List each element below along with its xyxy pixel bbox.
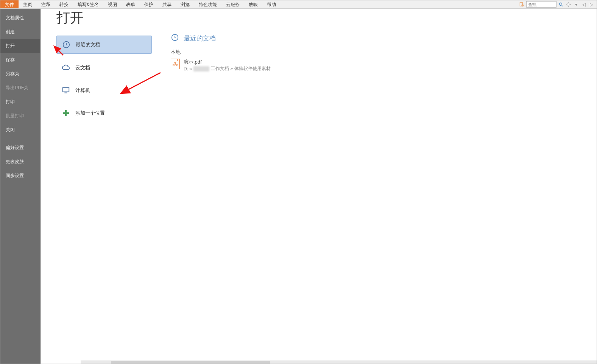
search-icon[interactable] [558, 2, 564, 8]
nav-next-icon[interactable]: ▷ [588, 2, 594, 8]
location-label: 添加一个位置 [75, 110, 105, 117]
menu-tab-convert[interactable]: 转换 [55, 0, 73, 8]
recent-file-row[interactable]: G PDF 演示.pdf D: » ███ 工作文档 » 体验软件使用素材 [171, 58, 597, 73]
svg-rect-7 [64, 93, 67, 93]
search-input[interactable] [526, 1, 556, 8]
location-add[interactable]: 添加一个位置 [56, 104, 152, 122]
location-label: 计算机 [75, 87, 90, 94]
menu-tab-fillsign[interactable]: 填写&签名 [73, 0, 103, 8]
svg-point-4 [568, 4, 569, 5]
menu-tab-play[interactable]: 放映 [244, 0, 262, 8]
page-title: 打开 [41, 9, 597, 36]
find-page-icon[interactable] [519, 2, 525, 8]
menu-tab-home[interactable]: 主页 [19, 0, 37, 8]
svg-rect-6 [63, 88, 69, 92]
menu-tab-share[interactable]: 共享 [158, 0, 176, 8]
scrollbar-thumb[interactable] [111, 361, 270, 364]
search-area: ▾ ◁ ▷ [519, 0, 597, 8]
location-cloud[interactable]: 云文档 [56, 59, 152, 76]
cloud-icon [62, 64, 70, 72]
menubar: 文件 主页 注释 转换 填写&签名 视图 表单 保护 共享 浏览 特色功能 云服… [0, 0, 597, 9]
recent-header: 最近的文档 [171, 33, 597, 49]
location-label: 云文档 [75, 64, 90, 71]
menu-tab-annotate[interactable]: 注释 [37, 0, 55, 8]
nav-prev-icon[interactable]: ◁ [581, 2, 587, 8]
recent-header-label: 最近的文档 [184, 34, 216, 43]
menu-tab-view[interactable]: 视图 [103, 0, 122, 8]
menu-tab-file[interactable]: 文件 [0, 0, 19, 8]
menu-tab-protect[interactable]: 保护 [140, 0, 158, 8]
sidebar-item-exportpdf[interactable]: 导出PDF为 [0, 81, 40, 95]
location-computer[interactable]: 计算机 [56, 82, 152, 99]
location-list: 最近的文档 云文档 计算机 [56, 36, 152, 122]
svg-rect-0 [520, 2, 522, 6]
menu-tab-browse[interactable]: 浏览 [176, 0, 194, 8]
gear-icon[interactable] [566, 2, 572, 8]
location-label: 最近的文档 [76, 41, 100, 48]
menu-tab-cloud[interactable]: 云服务 [221, 0, 244, 8]
plus-icon [62, 109, 70, 117]
clock-icon [171, 33, 179, 44]
statusbar [81, 361, 597, 364]
recent-pane: 最近的文档 本地 G PDF 演示.pdf D: » ███ 工作文档 [167, 33, 597, 122]
menu-tab-feature[interactable]: 特色功能 [194, 0, 221, 8]
sidebar-item-open[interactable]: 打开 [0, 39, 40, 53]
sidebar-item-save[interactable]: 保存 [0, 53, 40, 67]
sidebar-item-prefs[interactable]: 偏好设置 [0, 141, 40, 155]
sidebar-item-skin[interactable]: 更改皮肤 [0, 155, 40, 169]
file-path: D: » ███ 工作文档 » 体验软件使用素材 [184, 65, 271, 72]
sidebar-item-close[interactable]: 关闭 [0, 123, 40, 137]
clock-icon [62, 40, 70, 49]
recent-section-label: 本地 [171, 49, 597, 58]
svg-point-2 [559, 3, 562, 5]
sidebar-item-saveas[interactable]: 另存为 [0, 67, 40, 81]
sidebar-item-docprops[interactable]: 文档属性 [0, 11, 40, 25]
sidebar-item-print[interactable]: 打印 [0, 95, 40, 109]
sidebar-item-sync[interactable]: 同步设置 [0, 169, 40, 183]
menu-tab-help[interactable]: 帮助 [262, 0, 281, 8]
file-name: 演示.pdf [184, 59, 271, 65]
menu-tab-form[interactable]: 表单 [122, 0, 140, 8]
computer-icon [62, 86, 70, 95]
pdf-file-icon: G PDF [171, 59, 180, 69]
file-sidebar: 文档属性 创建 打开 保存 另存为 导出PDF为 打印 批量打印 关闭 偏好设置… [0, 9, 41, 364]
sidebar-item-batchprint[interactable]: 批量打印 [0, 109, 40, 123]
chevron-down-icon[interactable]: ▾ [573, 2, 579, 8]
main-pane: 打开 最近的文档 云文档 [41, 9, 597, 364]
svg-line-3 [562, 5, 563, 6]
sidebar-item-create[interactable]: 创建 [0, 25, 40, 39]
location-recent[interactable]: 最近的文档 [56, 36, 152, 54]
